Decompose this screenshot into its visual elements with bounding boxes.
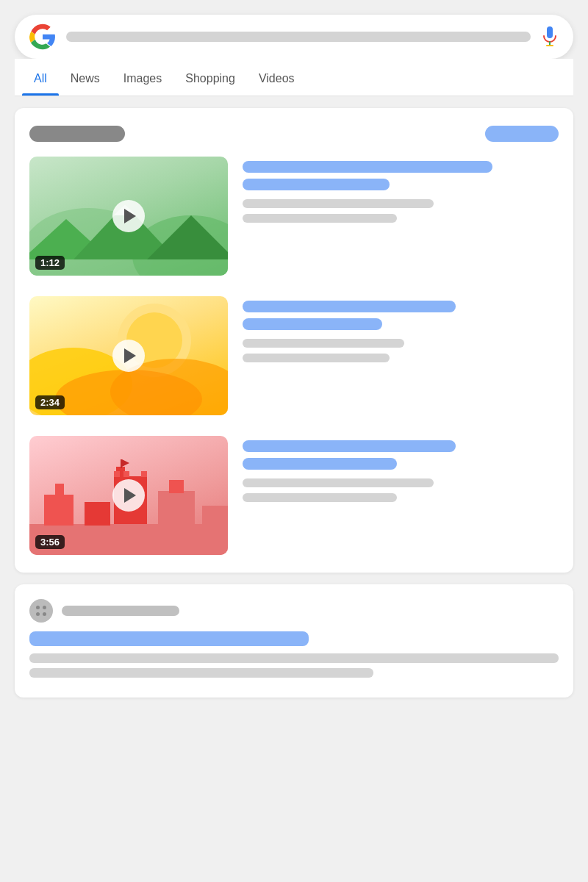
search-input[interactable] [66,32,531,42]
video-title-line2-1[interactable] [243,179,390,190]
card-header [29,126,559,142]
card-header-title [29,126,125,142]
svg-rect-26 [169,480,184,493]
video-duration-2: 2:34 [35,395,65,409]
svg-rect-22 [114,471,120,477]
video-thumbnail-1[interactable]: 1:12 [29,157,228,276]
video-thumbnail-3[interactable]: 3:56 [29,436,228,555]
tab-videos[interactable]: Videos [247,59,306,96]
tab-news[interactable]: News [59,59,112,96]
video-title-line1-2[interactable] [243,301,456,312]
video-desc-line1-3 [243,478,434,487]
video-info-3 [243,436,559,555]
result-title[interactable] [29,631,309,646]
svg-rect-20 [121,459,122,468]
video-title-line1-3[interactable] [243,440,456,452]
video-desc-line2-3 [243,493,397,502]
video-info-1 [243,157,559,276]
search-bar [15,15,573,59]
video-result-3: 3:56 [29,436,559,555]
svg-rect-25 [158,491,195,524]
play-button-3[interactable] [112,479,145,512]
svg-rect-27 [202,506,228,524]
video-title-line1-1[interactable] [243,161,492,173]
svg-rect-24 [141,471,147,477]
play-button-1[interactable] [112,200,145,232]
video-desc-line2-1 [243,214,397,223]
video-desc-line2-2 [243,354,390,362]
svg-marker-21 [122,459,129,467]
video-title-line2-3[interactable] [243,458,397,470]
video-title-line2-2[interactable] [243,318,382,330]
play-button-2[interactable] [112,340,145,372]
search-tabs: All News Images Shopping Videos [15,59,573,96]
video-thumbnail-2[interactable]: 2:34 [29,296,228,415]
video-duration-1: 1:12 [35,256,65,270]
result-source [29,599,559,623]
favicon-icon [36,606,46,616]
video-desc-line1-1 [243,199,434,208]
tab-images[interactable]: Images [112,59,173,96]
tab-all[interactable]: All [22,59,59,96]
svg-rect-16 [55,484,64,497]
video-desc-line1-2 [243,339,404,348]
svg-rect-15 [44,495,74,526]
video-result-1: 1:12 [29,157,559,276]
microphone-icon[interactable] [541,24,559,50]
video-duration-3: 3:56 [35,535,65,549]
tab-shopping[interactable]: Shopping [173,59,247,96]
card-header-action[interactable] [485,126,559,142]
result-desc-line2 [29,668,373,678]
result-desc-line1 [29,653,559,663]
svg-rect-0 [547,26,553,38]
video-info-2 [243,296,559,415]
result-favicon [29,599,53,623]
google-logo [29,24,56,50]
web-result-card [15,584,573,698]
svg-rect-23 [123,471,129,477]
video-result-2: 2:34 [29,296,559,415]
svg-rect-17 [85,502,110,526]
result-source-name [62,606,179,616]
video-results-card: 1:12 [15,108,573,573]
